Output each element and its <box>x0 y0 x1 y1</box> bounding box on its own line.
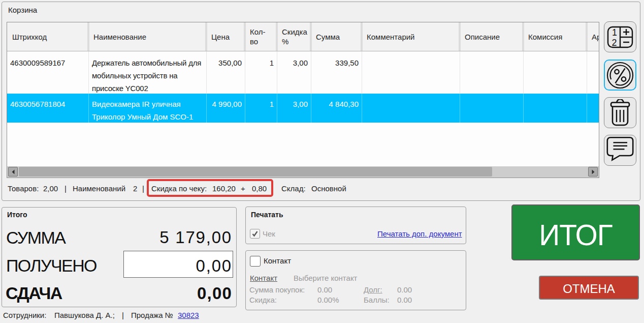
svg-text:1: 1 <box>612 27 617 38</box>
svg-text:2: 2 <box>612 38 617 48</box>
